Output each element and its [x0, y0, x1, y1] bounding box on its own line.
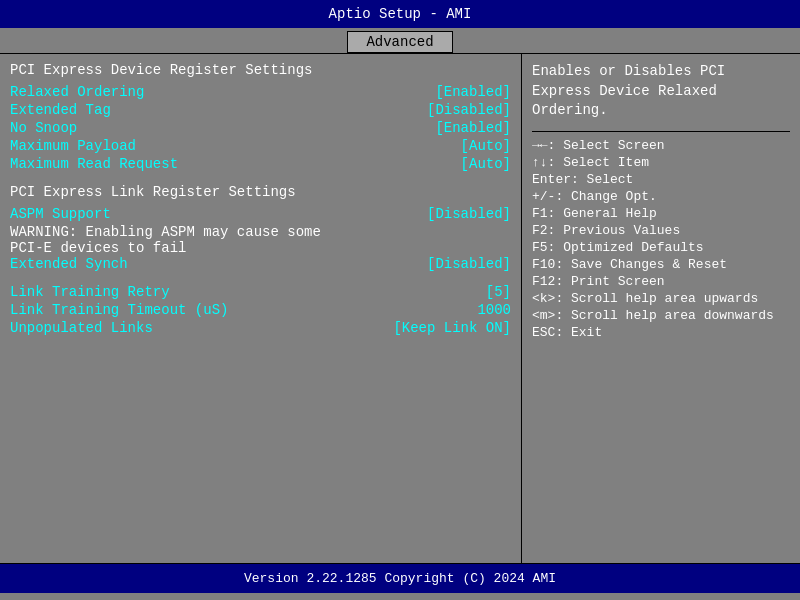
key-f2: F2: Previous Values [532, 223, 790, 238]
relaxed-ordering-label: Relaxed Ordering [10, 84, 144, 100]
setting-row-link-training-retry[interactable]: Link Training Retry [5] [10, 284, 511, 300]
key-f5: F5: Optimized Defaults [532, 240, 790, 255]
unpopulated-links-value: [Keep Link ON] [393, 320, 511, 336]
setting-row-extended-synch[interactable]: Extended Synch [Disabled] [10, 256, 511, 272]
key-m: <m>: Scroll help area downwards [532, 308, 790, 323]
extended-tag-label: Extended Tag [10, 102, 111, 118]
max-payload-value: [Auto] [461, 138, 511, 154]
key-change-opt: +/-: Change Opt. [532, 189, 790, 204]
unpopulated-links-label: Unpopulated Links [10, 320, 153, 336]
right-panel: Enables or Disables PCI Express Device R… [522, 54, 800, 563]
section1-title: PCI Express Device Register Settings [10, 62, 511, 78]
setting-row-extended-tag[interactable]: Extended Tag [Disabled] [10, 102, 511, 118]
key-f12: F12: Print Screen [532, 274, 790, 289]
divider [532, 131, 790, 132]
section2-title: PCI Express Link Register Settings [10, 184, 511, 200]
tab-bar: Advanced [0, 28, 800, 53]
aspm-value: [Disabled] [427, 206, 511, 222]
tab-advanced[interactable]: Advanced [347, 31, 452, 53]
max-read-request-value: [Auto] [461, 156, 511, 172]
no-snoop-label: No Snoop [10, 120, 77, 136]
app-title: Aptio Setup - AMI [329, 6, 472, 22]
setting-row-no-snoop[interactable]: No Snoop [Enabled] [10, 120, 511, 136]
max-payload-label: Maximum Payload [10, 138, 136, 154]
link-training-timeout-label: Link Training Timeout (uS) [10, 302, 228, 318]
no-snoop-value: [Enabled] [435, 120, 511, 136]
main-content: PCI Express Device Register Settings Rel… [0, 53, 800, 563]
aspm-label: ASPM Support [10, 206, 111, 222]
key-esc: ESC: Exit [532, 325, 790, 340]
warning-line2: PCI-E devices to fail [10, 240, 511, 256]
setting-row-max-payload[interactable]: Maximum Payload [Auto] [10, 138, 511, 154]
left-panel: PCI Express Device Register Settings Rel… [0, 54, 522, 563]
key-enter: Enter: Select [532, 172, 790, 187]
title-bar: Aptio Setup - AMI [0, 0, 800, 28]
setting-row-link-training-timeout[interactable]: Link Training Timeout (uS) 1000 [10, 302, 511, 318]
link-training-retry-label: Link Training Retry [10, 284, 170, 300]
key-select-item: ↑↓: Select Item [532, 155, 790, 170]
setting-row-relaxed-ordering[interactable]: Relaxed Ordering [Enabled] [10, 84, 511, 100]
warning-line1: WARNING: Enabling ASPM may cause some [10, 224, 511, 240]
key-f10: F10: Save Changes & Reset [532, 257, 790, 272]
relaxed-ordering-value: [Enabled] [435, 84, 511, 100]
extended-tag-value: [Disabled] [427, 102, 511, 118]
extended-synch-label: Extended Synch [10, 256, 128, 272]
setting-row-max-read-request[interactable]: Maximum Read Request [Auto] [10, 156, 511, 172]
setting-row-aspm[interactable]: ASPM Support [Disabled] [10, 206, 511, 222]
extended-synch-value: [Disabled] [427, 256, 511, 272]
key-k: <k>: Scroll help area upwards [532, 291, 790, 306]
key-select-screen: →←: Select Screen [532, 138, 790, 153]
footer-text: Version 2.22.1285 Copyright (C) 2024 AMI [244, 571, 556, 586]
key-f1: F1: General Help [532, 206, 790, 221]
footer: Version 2.22.1285 Copyright (C) 2024 AMI [0, 563, 800, 593]
link-training-timeout-value: 1000 [477, 302, 511, 318]
link-training-retry-value: [5] [486, 284, 511, 300]
setting-row-unpopulated-links[interactable]: Unpopulated Links [Keep Link ON] [10, 320, 511, 336]
help-description: Enables or Disables PCI Express Device R… [532, 62, 790, 121]
max-read-request-label: Maximum Read Request [10, 156, 178, 172]
